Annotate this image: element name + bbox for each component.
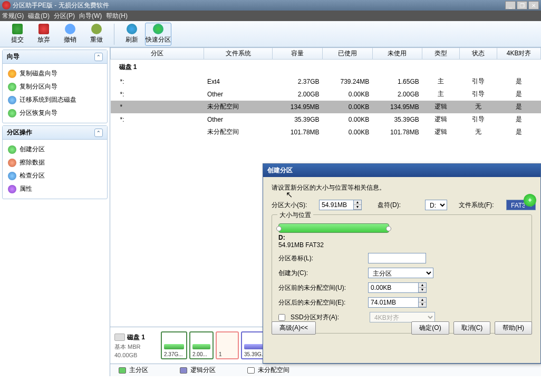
quick-partition-button[interactable]: 快速分区 [145, 23, 171, 46]
ok-button[interactable]: 确定(O) [411, 321, 449, 335]
dialog-title[interactable]: 创建分区 [263, 164, 540, 177]
discard-icon [38, 24, 49, 34]
ops-panel: 分区操作⌃ 创建分区 擦除数据 检查分区 属性 [2, 125, 108, 199]
disk-size: 40.00GB [114, 352, 157, 358]
legend-logical-box [180, 367, 187, 374]
check-icon [8, 172, 16, 180]
disk-block[interactable]: 2.00... [189, 331, 214, 359]
dialog-description: 请设置新分区的大小与位置等相关信息。 [272, 183, 532, 192]
after-input[interactable] [368, 297, 419, 308]
app-title: 分区助手PE版 - 无损分区免费软件 [13, 1, 109, 10]
menu-partition[interactable]: 分区(P) [54, 12, 75, 21]
ops-panel-title: 分区操作 [7, 128, 32, 137]
recovery-wizard[interactable]: 分区恢复向导 [5, 106, 105, 120]
legend: 主分区 逻辑分区 未分配空间 [110, 364, 541, 376]
ssd-label: SSD分区对齐(A): [291, 313, 364, 322]
legend-primary-box [119, 367, 126, 374]
props-icon [8, 185, 16, 193]
disk-icon [114, 334, 125, 341]
check-partition-item[interactable]: 检查分区 [5, 169, 105, 182]
before-input[interactable] [368, 282, 419, 293]
copy-part-icon [8, 83, 16, 91]
toolbar: 提交 放弃 撤销 重做 刷新 快速分区 [0, 21, 541, 47]
size-input[interactable] [319, 200, 354, 210]
table-row[interactable]: 未分配空间101.78MB0.00KB101.78MB逻辑无是 [111, 126, 541, 139]
col-status[interactable]: 状态 [460, 48, 497, 60]
refresh-icon [127, 24, 137, 34]
commit-icon [12, 24, 23, 34]
slider-handle-left[interactable] [276, 226, 282, 231]
size-slider[interactable] [278, 223, 389, 233]
slider-handle-right[interactable] [386, 226, 391, 231]
quick-icon [153, 24, 163, 34]
col-type[interactable]: 类型 [422, 48, 460, 60]
size-up[interactable]: ▲ [354, 200, 361, 205]
create-partition-item[interactable]: 创建分区 [5, 143, 105, 156]
migrate-icon [8, 96, 16, 104]
help-button[interactable]: 帮助(H) [495, 321, 532, 335]
title-bar: 分区助手PE版 - 无损分区免费软件 _ ❐ ✕ [0, 0, 541, 11]
disk-block[interactable]: 2.37G... [161, 331, 187, 359]
menu-general[interactable]: 常规(G) [2, 12, 24, 21]
size-down[interactable]: ▼ [354, 205, 361, 210]
before-label: 分区前的未分配空间(U): [278, 283, 363, 292]
fs-label: 文件系统(F): [459, 201, 501, 210]
create-icon [8, 145, 16, 154]
col-used[interactable]: 已使用 [323, 48, 373, 60]
table-row[interactable]: *:Ext42.37GB739.24MB1.65GB主引导是 [111, 75, 541, 88]
wizard-panel-title: 向导 [7, 52, 20, 61]
undo-button[interactable]: 撤销 [57, 23, 83, 46]
properties-item[interactable]: 属性 [5, 182, 105, 195]
advanced-button[interactable]: 高级(A)<< [272, 321, 316, 335]
disk-block[interactable]: 1 [216, 331, 239, 359]
commit-button[interactable]: 提交 [4, 23, 31, 46]
menu-help[interactable]: 帮助(H) [106, 12, 128, 21]
col-partition[interactable]: 分区 [111, 48, 204, 60]
undo-icon [65, 24, 75, 34]
wipe-icon [8, 159, 16, 167]
close-button[interactable]: ✕ [528, 1, 539, 9]
refresh-button[interactable]: 刷新 [119, 23, 145, 46]
discard-button[interactable]: 放弃 [31, 23, 57, 46]
col-free[interactable]: 未使用 [372, 48, 422, 60]
redo-icon [91, 24, 102, 34]
drive-select[interactable]: D: [425, 200, 447, 210]
maximize-button[interactable]: ❐ [517, 1, 527, 9]
ssd-select: 4KB对齐 [370, 312, 435, 322]
size-label: 分区大小(S): [272, 201, 314, 210]
size-position-legend: 大小与位置 [277, 211, 313, 220]
add-icon: + [524, 194, 536, 207]
legend-free-box [247, 367, 255, 374]
copy-disk-wizard[interactable]: 复制磁盘向导 [5, 67, 105, 80]
volume-label: 分区卷标(L): [278, 254, 363, 263]
table-row[interactable]: *:Other35.39GB0.00KB35.39GB逻辑引导是 [111, 113, 541, 126]
wipe-data-item[interactable]: 擦除数据 [5, 156, 105, 169]
copy-partition-wizard[interactable]: 复制分区向导 [5, 80, 105, 93]
app-icon [2, 1, 11, 9]
table-row[interactable]: *未分配空间134.95MB0.00KB134.95MB逻辑无是 [111, 101, 541, 113]
create-as-label: 创建为(C): [278, 269, 363, 278]
disk-name: 磁盘 1 [127, 334, 145, 341]
menu-disk[interactable]: 磁盘(D) [28, 12, 50, 21]
after-label: 分区后的未分配空间(E): [278, 298, 363, 307]
volume-input[interactable] [368, 253, 426, 263]
menu-wizard[interactable]: 向导(W) [79, 12, 102, 21]
disk-header-row[interactable]: 磁盘 1 [111, 60, 541, 75]
migrate-ssd-wizard[interactable]: 迁移系统到固态磁盘 [5, 93, 105, 106]
disk-type: 基本 MBR [114, 343, 157, 351]
wizard-panel: 向导⌃ 复制磁盘向导 复制分区向导 迁移系统到固态磁盘 分区恢复向导 [2, 50, 108, 123]
cancel-button[interactable]: 取消(C) [453, 321, 491, 335]
col-filesystem[interactable]: 文件系统 [204, 48, 273, 60]
create-as-select[interactable]: 主分区 [368, 268, 433, 278]
table-row[interactable]: *:Other2.00GB0.00KB2.00GB主引导是 [111, 88, 541, 101]
collapse-icon[interactable]: ⌃ [94, 53, 103, 61]
col-capacity[interactable]: 容量 [273, 48, 323, 60]
partition-table: 分区 文件系统 容量 已使用 未使用 类型 状态 4KB对齐 磁盘 1 *:Ex… [110, 47, 541, 139]
create-partition-dialog: 创建分区 + 请设置新分区的大小与位置等相关信息。 分区大小(S): ▲▼ 盘符… [263, 163, 541, 364]
collapse-icon[interactable]: ⌃ [94, 129, 103, 137]
sidebar: 向导⌃ 复制磁盘向导 复制分区向导 迁移系统到固态磁盘 分区恢复向导 分区操作⌃… [0, 47, 110, 376]
redo-button[interactable]: 重做 [83, 23, 110, 46]
col-align[interactable]: 4KB对齐 [497, 48, 541, 60]
ssd-checkbox[interactable] [278, 314, 285, 321]
minimize-button[interactable]: _ [505, 1, 516, 9]
